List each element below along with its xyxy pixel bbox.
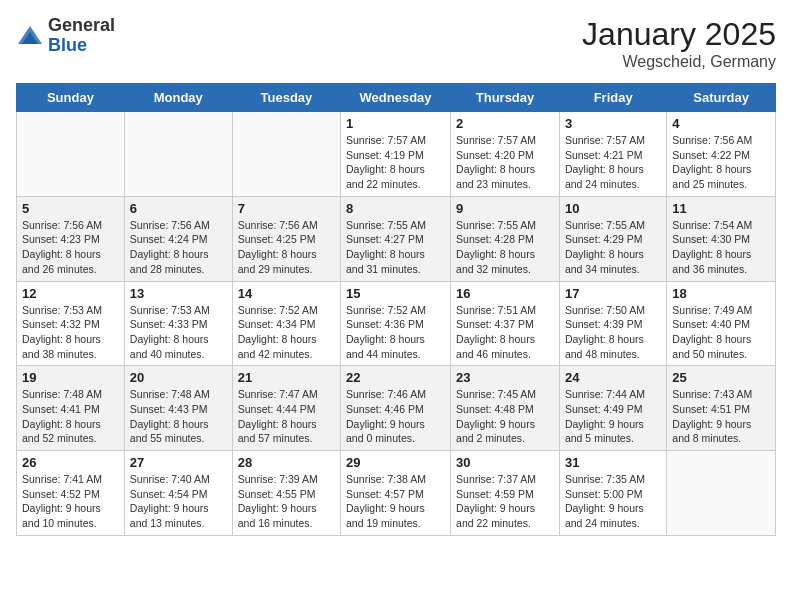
calendar-cell: 28Sunrise: 7:39 AM Sunset: 4:55 PM Dayli…	[232, 451, 340, 536]
calendar-title: January 2025	[582, 16, 776, 53]
calendar-cell: 9Sunrise: 7:55 AM Sunset: 4:28 PM Daylig…	[451, 196, 560, 281]
day-number: 21	[238, 370, 335, 385]
day-info: Sunrise: 7:51 AM Sunset: 4:37 PM Dayligh…	[456, 303, 554, 362]
calendar-cell: 3Sunrise: 7:57 AM Sunset: 4:21 PM Daylig…	[559, 112, 666, 197]
day-header-tuesday: Tuesday	[232, 84, 340, 112]
day-number: 8	[346, 201, 445, 216]
day-info: Sunrise: 7:55 AM Sunset: 4:29 PM Dayligh…	[565, 218, 661, 277]
calendar-cell: 12Sunrise: 7:53 AM Sunset: 4:32 PM Dayli…	[17, 281, 125, 366]
calendar-table: SundayMondayTuesdayWednesdayThursdayFrid…	[16, 83, 776, 536]
day-number: 27	[130, 455, 227, 470]
day-number: 29	[346, 455, 445, 470]
calendar-week-row: 1Sunrise: 7:57 AM Sunset: 4:19 PM Daylig…	[17, 112, 776, 197]
day-number: 9	[456, 201, 554, 216]
day-number: 14	[238, 286, 335, 301]
day-info: Sunrise: 7:55 AM Sunset: 4:28 PM Dayligh…	[456, 218, 554, 277]
day-number: 18	[672, 286, 770, 301]
day-number: 31	[565, 455, 661, 470]
day-info: Sunrise: 7:53 AM Sunset: 4:33 PM Dayligh…	[130, 303, 227, 362]
day-number: 6	[130, 201, 227, 216]
calendar-cell: 17Sunrise: 7:50 AM Sunset: 4:39 PM Dayli…	[559, 281, 666, 366]
calendar-cell: 10Sunrise: 7:55 AM Sunset: 4:29 PM Dayli…	[559, 196, 666, 281]
calendar-cell: 16Sunrise: 7:51 AM Sunset: 4:37 PM Dayli…	[451, 281, 560, 366]
day-number: 2	[456, 116, 554, 131]
day-info: Sunrise: 7:44 AM Sunset: 4:49 PM Dayligh…	[565, 387, 661, 446]
day-info: Sunrise: 7:57 AM Sunset: 4:19 PM Dayligh…	[346, 133, 445, 192]
day-info: Sunrise: 7:50 AM Sunset: 4:39 PM Dayligh…	[565, 303, 661, 362]
day-info: Sunrise: 7:55 AM Sunset: 4:27 PM Dayligh…	[346, 218, 445, 277]
day-info: Sunrise: 7:40 AM Sunset: 4:54 PM Dayligh…	[130, 472, 227, 531]
logo-text: General Blue	[48, 16, 115, 56]
calendar-cell: 15Sunrise: 7:52 AM Sunset: 4:36 PM Dayli…	[341, 281, 451, 366]
calendar-week-row: 19Sunrise: 7:48 AM Sunset: 4:41 PM Dayli…	[17, 366, 776, 451]
calendar-cell: 27Sunrise: 7:40 AM Sunset: 4:54 PM Dayli…	[124, 451, 232, 536]
day-info: Sunrise: 7:46 AM Sunset: 4:46 PM Dayligh…	[346, 387, 445, 446]
day-number: 26	[22, 455, 119, 470]
day-number: 22	[346, 370, 445, 385]
day-number: 13	[130, 286, 227, 301]
day-info: Sunrise: 7:56 AM Sunset: 4:23 PM Dayligh…	[22, 218, 119, 277]
day-number: 4	[672, 116, 770, 131]
calendar-cell	[124, 112, 232, 197]
day-info: Sunrise: 7:52 AM Sunset: 4:34 PM Dayligh…	[238, 303, 335, 362]
day-number: 11	[672, 201, 770, 216]
day-info: Sunrise: 7:39 AM Sunset: 4:55 PM Dayligh…	[238, 472, 335, 531]
calendar-cell: 23Sunrise: 7:45 AM Sunset: 4:48 PM Dayli…	[451, 366, 560, 451]
day-number: 7	[238, 201, 335, 216]
days-header-row: SundayMondayTuesdayWednesdayThursdayFrid…	[17, 84, 776, 112]
calendar-cell	[17, 112, 125, 197]
calendar-cell: 6Sunrise: 7:56 AM Sunset: 4:24 PM Daylig…	[124, 196, 232, 281]
calendar-week-row: 5Sunrise: 7:56 AM Sunset: 4:23 PM Daylig…	[17, 196, 776, 281]
day-number: 5	[22, 201, 119, 216]
day-header-thursday: Thursday	[451, 84, 560, 112]
day-number: 15	[346, 286, 445, 301]
day-info: Sunrise: 7:56 AM Sunset: 4:24 PM Dayligh…	[130, 218, 227, 277]
calendar-cell: 5Sunrise: 7:56 AM Sunset: 4:23 PM Daylig…	[17, 196, 125, 281]
calendar-cell: 24Sunrise: 7:44 AM Sunset: 4:49 PM Dayli…	[559, 366, 666, 451]
day-number: 24	[565, 370, 661, 385]
calendar-cell: 7Sunrise: 7:56 AM Sunset: 4:25 PM Daylig…	[232, 196, 340, 281]
calendar-week-row: 12Sunrise: 7:53 AM Sunset: 4:32 PM Dayli…	[17, 281, 776, 366]
day-number: 28	[238, 455, 335, 470]
calendar-cell: 25Sunrise: 7:43 AM Sunset: 4:51 PM Dayli…	[667, 366, 776, 451]
calendar-cell: 20Sunrise: 7:48 AM Sunset: 4:43 PM Dayli…	[124, 366, 232, 451]
calendar-cell: 21Sunrise: 7:47 AM Sunset: 4:44 PM Dayli…	[232, 366, 340, 451]
day-number: 25	[672, 370, 770, 385]
calendar-cell	[667, 451, 776, 536]
day-header-sunday: Sunday	[17, 84, 125, 112]
day-info: Sunrise: 7:37 AM Sunset: 4:59 PM Dayligh…	[456, 472, 554, 531]
day-info: Sunrise: 7:49 AM Sunset: 4:40 PM Dayligh…	[672, 303, 770, 362]
calendar-cell: 8Sunrise: 7:55 AM Sunset: 4:27 PM Daylig…	[341, 196, 451, 281]
day-info: Sunrise: 7:45 AM Sunset: 4:48 PM Dayligh…	[456, 387, 554, 446]
calendar-cell: 1Sunrise: 7:57 AM Sunset: 4:19 PM Daylig…	[341, 112, 451, 197]
calendar-cell: 26Sunrise: 7:41 AM Sunset: 4:52 PM Dayli…	[17, 451, 125, 536]
calendar-cell	[232, 112, 340, 197]
day-info: Sunrise: 7:54 AM Sunset: 4:30 PM Dayligh…	[672, 218, 770, 277]
calendar-cell: 14Sunrise: 7:52 AM Sunset: 4:34 PM Dayli…	[232, 281, 340, 366]
day-info: Sunrise: 7:52 AM Sunset: 4:36 PM Dayligh…	[346, 303, 445, 362]
calendar-cell: 29Sunrise: 7:38 AM Sunset: 4:57 PM Dayli…	[341, 451, 451, 536]
calendar-cell: 31Sunrise: 7:35 AM Sunset: 5:00 PM Dayli…	[559, 451, 666, 536]
calendar-week-row: 26Sunrise: 7:41 AM Sunset: 4:52 PM Dayli…	[17, 451, 776, 536]
calendar-cell: 11Sunrise: 7:54 AM Sunset: 4:30 PM Dayli…	[667, 196, 776, 281]
day-number: 3	[565, 116, 661, 131]
title-block: January 2025 Wegscheid, Germany	[582, 16, 776, 71]
day-number: 16	[456, 286, 554, 301]
day-number: 10	[565, 201, 661, 216]
day-info: Sunrise: 7:53 AM Sunset: 4:32 PM Dayligh…	[22, 303, 119, 362]
logo-icon	[16, 22, 44, 50]
day-info: Sunrise: 7:57 AM Sunset: 4:21 PM Dayligh…	[565, 133, 661, 192]
day-number: 23	[456, 370, 554, 385]
day-info: Sunrise: 7:48 AM Sunset: 4:43 PM Dayligh…	[130, 387, 227, 446]
day-info: Sunrise: 7:57 AM Sunset: 4:20 PM Dayligh…	[456, 133, 554, 192]
day-number: 12	[22, 286, 119, 301]
day-number: 30	[456, 455, 554, 470]
day-info: Sunrise: 7:56 AM Sunset: 4:25 PM Dayligh…	[238, 218, 335, 277]
logo-general-label: General	[48, 16, 115, 36]
calendar-cell: 2Sunrise: 7:57 AM Sunset: 4:20 PM Daylig…	[451, 112, 560, 197]
day-header-friday: Friday	[559, 84, 666, 112]
day-number: 17	[565, 286, 661, 301]
day-number: 20	[130, 370, 227, 385]
day-info: Sunrise: 7:38 AM Sunset: 4:57 PM Dayligh…	[346, 472, 445, 531]
page-header: General Blue January 2025 Wegscheid, Ger…	[16, 16, 776, 71]
